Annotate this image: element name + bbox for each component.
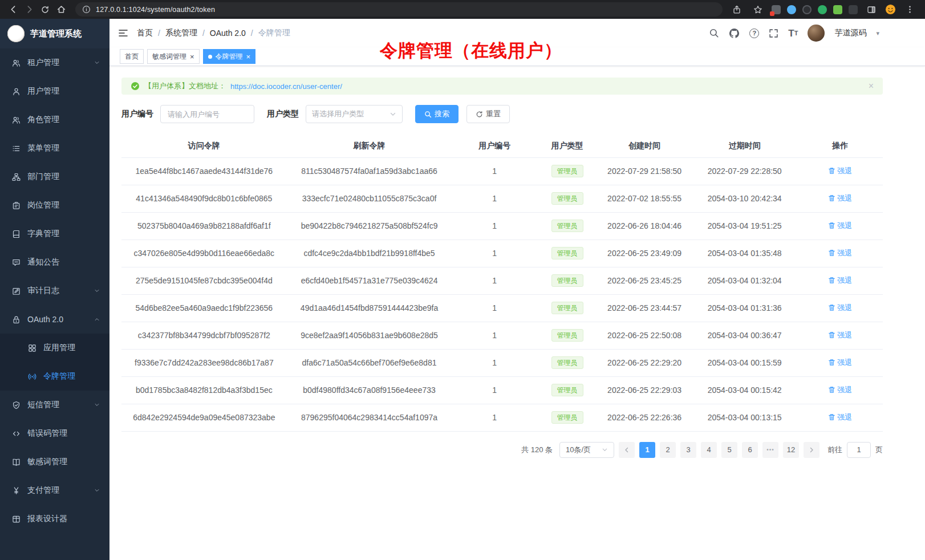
app-logo[interactable]: 芋道管理系统 [0, 19, 109, 48]
site-info-icon[interactable] [82, 5, 91, 14]
tab-item[interactable]: 首页 [120, 49, 144, 64]
breadcrumb-item[interactable]: 系统管理 [165, 28, 197, 38]
extension-icon-gray[interactable] [849, 5, 858, 14]
force-logout-button[interactable]: 强退 [828, 358, 852, 368]
force-logout-button[interactable]: 强退 [828, 412, 852, 423]
breadcrumb-item[interactable]: 首页 [137, 28, 153, 38]
page-button-1[interactable]: 1 [639, 442, 655, 458]
more-pages-button[interactable]: ••• [762, 442, 778, 458]
user-type-tag: 管理员 [551, 220, 583, 232]
search-button[interactable]: 搜索 [415, 105, 459, 123]
extension-icon-blue[interactable] [787, 5, 796, 14]
close-icon[interactable] [869, 82, 874, 91]
bookmark-star-icon[interactable] [750, 2, 765, 17]
tab-close-icon[interactable] [246, 53, 251, 60]
openbook-icon [11, 457, 21, 466]
split-view-icon[interactable] [864, 2, 879, 17]
extension-icon-green[interactable] [818, 5, 827, 14]
home-icon[interactable] [54, 2, 68, 17]
sidebar-item-oauth2[interactable]: OAuth 2.0 [0, 305, 109, 334]
extension-icon-pinned[interactable] [772, 5, 781, 14]
badge-icon [11, 201, 21, 210]
action-cell: 强退 [797, 349, 883, 376]
sidebar-item-pay[interactable]: 支付管理 [0, 476, 109, 505]
signal-icon [27, 372, 36, 381]
force-logout-button[interactable]: 强退 [828, 303, 852, 313]
page-button-5[interactable]: 5 [721, 442, 737, 458]
chevron-down-icon[interactable] [876, 30, 879, 37]
sidebar-item-role[interactable]: 角色管理 [0, 105, 109, 134]
extension-icon-dark[interactable] [802, 5, 812, 14]
font-size-icon[interactable] [788, 29, 798, 38]
page-button-3[interactable]: 3 [680, 442, 696, 458]
force-logout-button[interactable]: 强退 [828, 248, 852, 258]
share-icon[interactable] [729, 2, 744, 17]
force-logout-button[interactable]: 强退 [828, 193, 852, 204]
sidebar-item-dept[interactable]: 部门管理 [0, 163, 109, 191]
force-logout-button[interactable]: 强退 [828, 330, 852, 340]
page-button-4[interactable]: 4 [701, 442, 717, 458]
user-avatar[interactable] [808, 25, 825, 42]
tab-item[interactable]: 令牌管理 [203, 49, 256, 64]
sidebar-item-tenant[interactable]: 租户管理 [0, 48, 109, 77]
user-id-input[interactable] [160, 105, 254, 123]
sidebar-item-menu[interactable]: 菜单管理 [0, 134, 109, 163]
goto-page-input[interactable] [847, 442, 871, 458]
refresh-icon[interactable] [38, 2, 52, 17]
sidebar-item-oauth2-app[interactable]: 应用管理 [0, 334, 109, 362]
sidebar-item-error-code[interactable]: 错误码管理 [0, 419, 109, 448]
force-logout-button[interactable]: 强退 [828, 221, 852, 231]
next-page-button[interactable] [804, 442, 819, 458]
app-icon [27, 343, 36, 352]
create-time-cell: 2022-07-02 18:55:55 [597, 185, 692, 212]
page-button-6[interactable]: 6 [742, 442, 758, 458]
force-logout-button[interactable]: 强退 [828, 275, 852, 286]
sidebar-item-dict[interactable]: 字典管理 [0, 220, 109, 248]
tab-close-icon[interactable] [190, 53, 194, 60]
prev-page-button[interactable] [619, 442, 635, 458]
sidebar-item-label: 错误码管理 [27, 428, 67, 439]
access-token-cell: 41c41346a548490f9dc8b01c6bfe0865 [121, 185, 287, 212]
profile-avatar-icon[interactable] [885, 4, 896, 15]
sidebar-item-report-designer[interactable]: 报表设计器 [0, 505, 109, 533]
total-count: 共 120 条 [521, 445, 553, 455]
column-header: 访问令牌 [121, 135, 287, 157]
sidebar-item-post[interactable]: 岗位管理 [0, 191, 109, 220]
sidebar-item-audit-log[interactable]: 审计日志 [0, 277, 109, 305]
refresh-token-cell: 49d1aa46d1454fbd87591444423be9fa [287, 294, 452, 322]
reset-button[interactable]: 重置 [466, 105, 510, 123]
force-logout-button[interactable]: 强退 [828, 385, 852, 395]
sidebar-item-user[interactable]: 用户管理 [0, 77, 109, 105]
address-bar[interactable]: 127.0.0.1:1024/system/oauth2/token [75, 2, 723, 17]
sidebar-item-label: 应用管理 [43, 343, 75, 353]
force-logout-button[interactable]: 强退 [828, 166, 852, 176]
sidebar-item-sms[interactable]: 短信管理 [0, 391, 109, 419]
page-size-select[interactable]: 10条/页 [559, 442, 614, 458]
user-id-cell: 1 [452, 157, 537, 185]
access-token-cell: f9336e7c7dd242a283ee98dc86b17a87 [121, 349, 287, 376]
search-icon[interactable] [709, 28, 719, 38]
tab-item[interactable]: 敏感词管理 [147, 49, 200, 64]
user-name[interactable]: 芋道源码 [834, 28, 866, 38]
user-id-cell: 1 [452, 404, 537, 431]
page-button-12[interactable]: 12 [783, 442, 799, 458]
chrome-menu-icon[interactable] [902, 2, 917, 17]
table-body: 1ea5e44f8bc1467aaede43144f31de76811c5304… [121, 157, 883, 431]
sidebar-item-notice[interactable]: 通知公告 [0, 248, 109, 277]
create-time-cell: 2022-06-25 22:26:36 [597, 404, 692, 431]
page-button-2[interactable]: 2 [660, 442, 676, 458]
doc-link[interactable]: https://doc.iocoder.cn/user-center/ [230, 82, 342, 91]
extension-icon-puzzle[interactable] [833, 5, 842, 14]
sidebar-item-oauth2-token[interactable]: 令牌管理 [0, 362, 109, 391]
forward-icon[interactable] [22, 2, 36, 17]
fullscreen-icon[interactable] [769, 29, 778, 38]
sidebar-item-sensitive-word[interactable]: 敏感词管理 [0, 448, 109, 476]
breadcrumb-item[interactable]: OAuth 2.0 [210, 29, 246, 38]
user-type-select[interactable]: 请选择用户类型 [306, 105, 403, 123]
back-icon[interactable] [6, 2, 21, 17]
github-icon[interactable] [729, 28, 740, 39]
url-text: 127.0.0.1:1024/system/oauth2/token [96, 6, 215, 14]
collapse-sidebar-icon[interactable] [118, 28, 128, 38]
help-icon[interactable] [749, 29, 759, 38]
user-type-cell: 管理员 [537, 267, 597, 294]
